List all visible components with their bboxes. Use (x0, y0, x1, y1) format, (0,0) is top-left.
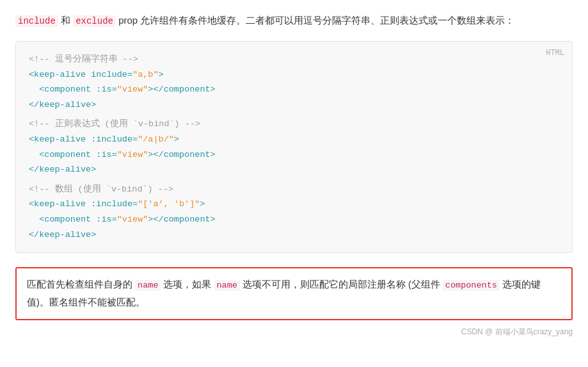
code-line: <component :is="view"></component> (29, 212, 559, 227)
intro-text-after: prop 允许组件有条件地缓存。二者都可以用逗号分隔字符串、正则表达式或一个数组… (116, 15, 514, 26)
intro-text-middle: 和 (58, 15, 73, 26)
code-lang-label: HTML (546, 47, 564, 60)
code-line: <component :is="view"></component> (29, 147, 559, 163)
highlight-text1: 匹配首先检查组件自身的 (27, 279, 135, 290)
code-line: <component :is="view"></component> (29, 82, 559, 97)
code-content: <!-- 逗号分隔字符串 --><keep-alive include="a,b… (29, 52, 559, 242)
code-line: </keep-alive> (29, 97, 559, 113)
intro-paragraph: include 和 exclude prop 允许组件有条件地缓存。二者都可以用… (15, 12, 573, 29)
code-line: </keep-alive> (29, 227, 559, 243)
highlight-box: 匹配首先检查组件自身的 name 选项，如果 name 选项不可用，则匹配它的局… (15, 267, 573, 320)
highlight-code1: name (135, 280, 161, 291)
code-line: <!-- 数组 (使用 `v-bind`) --> (29, 182, 559, 197)
highlight-code2: name (214, 280, 240, 291)
watermark: CSDN @ 前端小菜鸟crazy_yang (15, 327, 573, 338)
highlight-text3: 选项不可用，则匹配它的局部注册名称 (父组件 (240, 279, 443, 290)
exclude-keyword: exclude (73, 15, 116, 27)
code-line: <!-- 正则表达式 (使用 `v-bind`) --> (29, 117, 559, 132)
code-line: <keep-alive include="a,b"> (29, 67, 559, 83)
highlight-text2: 选项，如果 (161, 279, 214, 290)
code-block: HTML <!-- 逗号分隔字符串 --><keep-alive include… (15, 41, 573, 253)
code-line: </keep-alive> (29, 162, 559, 177)
highlight-code3: components (443, 280, 500, 291)
code-line: <keep-alive :include="/a|b/"> (29, 132, 559, 147)
include-keyword: include (15, 15, 58, 27)
code-line: <keep-alive :include="['a', 'b']"> (29, 197, 559, 212)
code-line: <!-- 逗号分隔字符串 --> (29, 52, 559, 67)
